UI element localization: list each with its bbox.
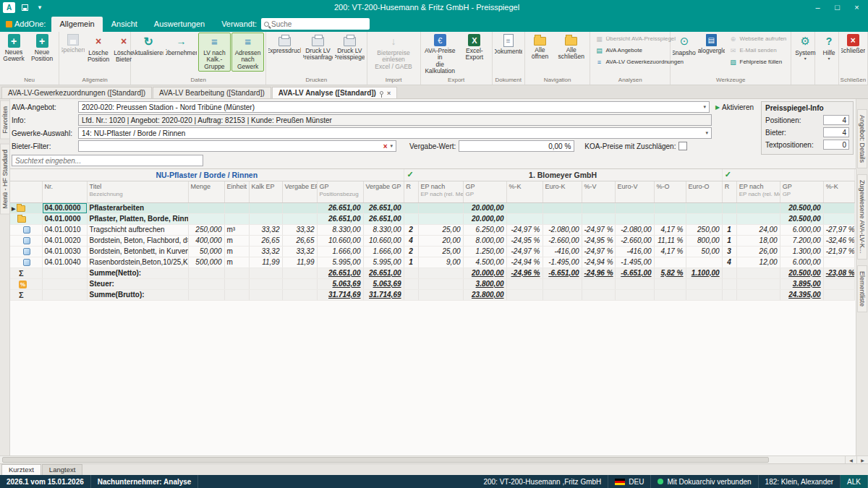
column-header[interactable]: R [404, 181, 418, 202]
column-header[interactable]: %-K [823, 181, 854, 202]
aktualisieren-button[interactable]: ↻Aktualisieren [132, 33, 164, 58]
loesche-position-button[interactable]: ×Lösche Position [86, 33, 111, 65]
column-header[interactable]: %-O [654, 181, 686, 202]
horizontal-scrollbar[interactable]: ◀ ▶ [0, 455, 868, 463]
table-row[interactable]: 04.01.0000Pflaster, Platten, Borde, Rinn… [10, 213, 855, 224]
alk-label[interactable]: ALK [841, 475, 868, 488]
column-header[interactable]: TitelBezeichnung [87, 181, 188, 202]
table-row[interactable]: ΣSumme(Brutto):31.714,6931.714,6923.800,… [10, 289, 855, 300]
cell [418, 278, 463, 289]
dock-tab[interactable]: Angebot: Details [857, 109, 867, 168]
dock-tab[interactable]: Zugewiesene AVA-LV-K... [857, 174, 867, 260]
webseite-aufrufen-button[interactable]: ⊕Webseite aufrufen [726, 34, 790, 44]
excel-export-button[interactable]: XExcel-Export [459, 33, 490, 63]
gewerke-auswahl-combo[interactable]: 14: NU-Pflaster / Borde / Rinnen ▾ [78, 127, 712, 139]
column-header[interactable]: Vergabe EP [282, 181, 317, 202]
table-row[interactable]: %Steuer:5.063,695.063,693.800,003.895,00 [10, 278, 855, 289]
dokumente-button[interactable]: ≡Dokumente [494, 33, 523, 56]
druck-lv-preisspiegel-button[interactable]: Druck LV Preisspiegel [334, 33, 365, 63]
chevron-down-icon[interactable]: ▾ [703, 104, 706, 110]
column-header[interactable]: Nr. [42, 181, 87, 202]
system-button[interactable]: ⚙System▾ [793, 33, 817, 62]
expressdruck-button[interactable]: Expressdruck [268, 33, 301, 56]
cell: 8.000,00 [463, 235, 506, 246]
table-row[interactable]: 04.01.0040Rasenbordstein,Beton,10/25,Kie… [10, 257, 855, 267]
fehlpreise-fuellen-button[interactable]: ▨Fehlpreise füllen [726, 57, 790, 67]
pin-icon[interactable] [380, 91, 383, 95]
menu-tab-allgemein[interactable]: Allgemein [51, 17, 102, 32]
clear-filter-icon[interactable]: × [383, 142, 388, 150]
column-header[interactable]: EP nachEP nach (rel. Menge) [736, 181, 780, 202]
dock-tab[interactable]: Favoriten [0, 100, 10, 140]
email-senden-button[interactable]: ✉E-Mail senden [726, 46, 790, 56]
schliessen-button[interactable]: ×Schließen [841, 33, 866, 56]
table-row[interactable]: 04.01.0010Tragschicht aufbrechen250,000m… [10, 224, 855, 235]
table-row[interactable]: ΣSumme(Netto):26.651,0026.651,0020.000,0… [10, 267, 855, 278]
scroll-left-icon[interactable]: ◀ [845, 456, 856, 463]
ava-preise-kalkulation-button[interactable]: €AVA-Preise in die Kalkulation [422, 33, 458, 76]
column-header[interactable]: GPPositionsbezug [317, 181, 363, 202]
column-header[interactable]: EP nachEP nach (rel. Menge) [418, 181, 463, 202]
quickbar-caret-icon[interactable]: ▾ [34, 1, 46, 13]
lv-nach-kalk-gruppe-button[interactable]: ≡LV nach Kalk.-Gruppe [198, 33, 231, 72]
neue-position-button[interactable]: +Neue Position [27, 33, 57, 64]
addone-menu[interactable]: AddOne: [3, 17, 48, 32]
column-header[interactable]: Euro-V [615, 181, 654, 202]
doc-tab[interactable]: AVA-LV Analyse ([Standard])× [272, 87, 397, 98]
druck-lv-preisanfrage-button[interactable]: Druck LV Preisanfrage [302, 33, 334, 63]
tab-close-icon[interactable]: × [387, 90, 391, 97]
bieterpreise-einlesen-button[interactable]: ↓Bieterpreise einlesen Excel / GAEB [369, 33, 419, 72]
alle-oeffnen-button[interactable]: Alle öffnen [527, 33, 553, 62]
column-header[interactable]: R [722, 181, 736, 202]
column-header[interactable]: %-K [506, 181, 542, 202]
column-header[interactable]: Menge [188, 181, 224, 202]
search-input[interactable] [271, 20, 358, 28]
katalogvergleich-button[interactable]: ▤Katalogvergleich [697, 33, 725, 56]
tab-kurztext[interactable]: Kurztext [1, 464, 41, 475]
ava-angebot-combo[interactable]: 2020-020: Preussen Stadion - Nord Tribün… [78, 101, 710, 113]
menu-tab-ansicht[interactable]: Ansicht [103, 17, 145, 32]
menu-tab-auswertungen[interactable]: Auswertungen [146, 17, 213, 32]
alle-schliessen-button[interactable]: Alle schließen [554, 33, 588, 62]
dock-tab[interactable]: Menü - HF Standard [0, 144, 10, 215]
column-header[interactable]: GPGP [463, 181, 506, 202]
table-row[interactable]: 04.01.0030Bordstein, Betonbett, in Kurve… [10, 246, 855, 257]
chevron-down-icon[interactable]: ▾ [390, 143, 393, 149]
bieter-filter-combo[interactable]: × ▾ [78, 140, 396, 152]
hilfe-button[interactable]: ?Hilfe▾ [817, 33, 841, 62]
koa-checkbox[interactable] [678, 142, 687, 150]
column-header[interactable]: Einheit [224, 181, 249, 202]
table-row[interactable]: 04.01.0020Bordstein, Beton, Flachbord, d… [10, 235, 855, 246]
ribbon-searchbox[interactable] [261, 18, 370, 30]
adressen-nach-gewerk-button[interactable]: ≡Adressen nach Gewerk [231, 33, 264, 72]
speichern-button[interactable]: Speichern [61, 33, 85, 55]
tab-langtext[interactable]: Langtext [42, 464, 82, 475]
column-header[interactable]: Euro-O [686, 181, 722, 202]
suchtext-input[interactable] [12, 155, 203, 166]
scroll-right-icon[interactable]: ▶ [856, 456, 868, 463]
language-indicator[interactable]: DEU [608, 475, 651, 488]
dock-tab[interactable]: Elementliste [857, 265, 867, 312]
uebersicht-ava-preisspiegel-button[interactable]: ▦Übersicht AVA-Preisspiegel [592, 34, 686, 44]
minimize-button[interactable]: – [808, 1, 827, 14]
column-header[interactable]: %-V [582, 181, 615, 202]
column-header[interactable]: Kalk EP [249, 181, 282, 202]
table-row[interactable]: ▶04.00.0000Pflasterarbeiten26.651,0026.6… [10, 202, 855, 213]
close-button[interactable]: × [847, 1, 867, 14]
maximize-button[interactable]: □ [827, 1, 847, 14]
chevron-down-icon[interactable]: ▾ [705, 130, 708, 136]
doc-tab[interactable]: AVA-LV-Gewerkezuordnungen ([Standard]) [1, 87, 152, 98]
uebernehmen-button[interactable]: →Übernehmen [165, 33, 197, 58]
neues-gewerk-button[interactable]: +Neues Gewerk [1, 33, 26, 64]
column-header[interactable]: Euro-K [542, 181, 582, 202]
aktivieren-button[interactable]: ▶ Aktivieren [712, 101, 757, 113]
app-logo[interactable]: A [3, 2, 15, 13]
doc-tab[interactable]: AVA-LV Bearbeitung ([Standard]) [153, 87, 271, 98]
quick-save-icon[interactable] [19, 1, 30, 13]
price-table[interactable]: NU-Pflaster / Borde / Rinnen✓1. Blomeyer… [10, 169, 855, 301]
column-header[interactable] [10, 181, 42, 202]
column-header[interactable]: Vergabe GP [363, 181, 404, 202]
scrollbar-thumb[interactable] [2, 457, 769, 463]
vergabe-wert-field[interactable]: 0,00 % [459, 140, 574, 152]
column-header[interactable]: GPGP [780, 181, 823, 202]
